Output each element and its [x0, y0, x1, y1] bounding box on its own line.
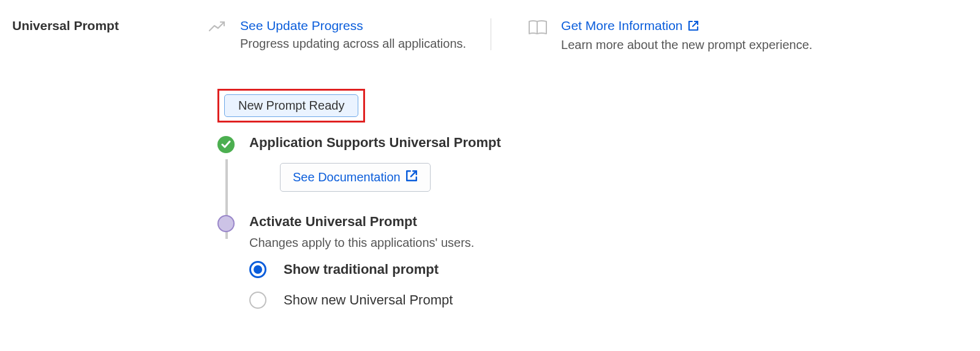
step-activate-subtitle: Changes apply to this applications' user…: [249, 236, 968, 250]
step-activate-title: Activate Universal Prompt: [249, 214, 968, 230]
highlight-frame: New Prompt Ready: [217, 89, 365, 123]
step-support-title: Application Supports Universal Prompt: [249, 135, 968, 151]
radio-unselected-icon: [249, 292, 266, 309]
external-link-icon: [688, 20, 699, 34]
book-icon: [528, 20, 548, 38]
trend-up-icon: [208, 20, 227, 36]
update-progress-block: See Update Progress Progress updating ac…: [208, 18, 466, 51]
get-more-info-link[interactable]: Get More Information: [561, 18, 698, 32]
radio-traditional-label: Show traditional prompt: [284, 262, 439, 277]
radio-selected-icon: [249, 261, 266, 278]
radio-universal-prompt[interactable]: Show new Universal Prompt: [249, 292, 968, 309]
check-circle-icon: [217, 136, 235, 153]
see-documentation-button[interactable]: See Documentation: [280, 163, 431, 192]
radio-traditional-prompt[interactable]: Show traditional prompt: [249, 261, 968, 278]
radio-universal-label: Show new Universal Prompt: [284, 292, 453, 308]
see-update-progress-link[interactable]: See Update Progress: [240, 18, 363, 32]
step-pending-icon: [217, 215, 235, 232]
section-title: Universal Prompt: [12, 18, 208, 33]
external-link-icon: [405, 170, 418, 185]
update-progress-desc: Progress updating across all application…: [240, 37, 466, 51]
vertical-divider: [491, 18, 491, 50]
get-info-block: Get More Information Learn more about th…: [528, 18, 812, 52]
new-prompt-ready-badge: New Prompt Ready: [224, 94, 358, 117]
get-info-desc: Learn more about the new prompt experien…: [561, 38, 812, 52]
